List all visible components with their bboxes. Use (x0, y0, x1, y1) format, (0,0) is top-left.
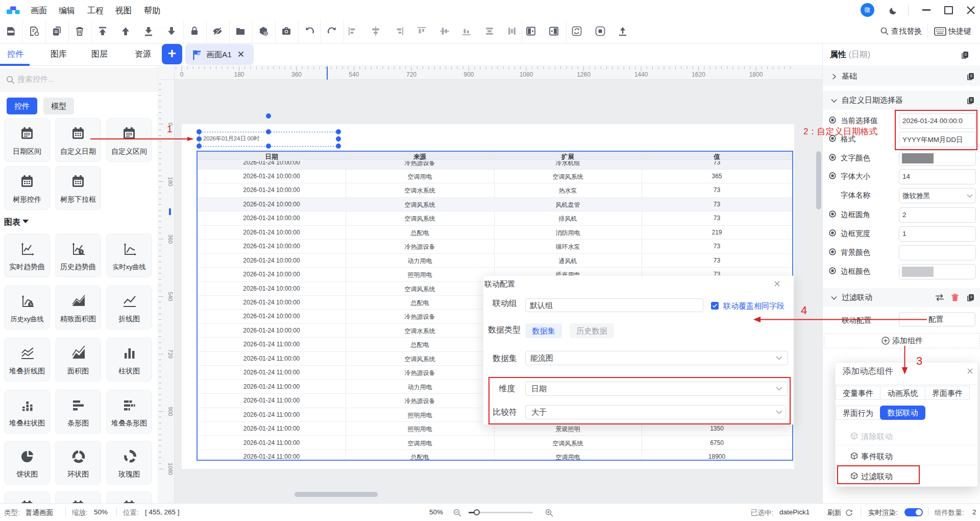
svg-text:1080: 1080 (520, 71, 533, 78)
svg-text:1080: 1080 (167, 463, 174, 475)
svg-text:720: 720 (167, 349, 174, 359)
svg-text:180: 180 (234, 71, 244, 78)
svg-text:900: 900 (167, 407, 174, 416)
svg-text:540: 540 (349, 71, 359, 78)
svg-text:900: 900 (463, 71, 474, 78)
svg-text:540: 540 (167, 292, 174, 301)
svg-text:360: 360 (291, 71, 302, 78)
svg-text:1620: 1620 (692, 71, 705, 78)
svg-text:1260: 1260 (577, 71, 591, 78)
svg-text:0: 0 (180, 71, 184, 78)
svg-text:1800: 1800 (749, 71, 763, 78)
svg-text:1440: 1440 (634, 71, 648, 78)
svg-text:720: 720 (406, 71, 416, 78)
svg-text:180: 180 (167, 177, 174, 186)
svg-text:360: 360 (167, 234, 174, 244)
